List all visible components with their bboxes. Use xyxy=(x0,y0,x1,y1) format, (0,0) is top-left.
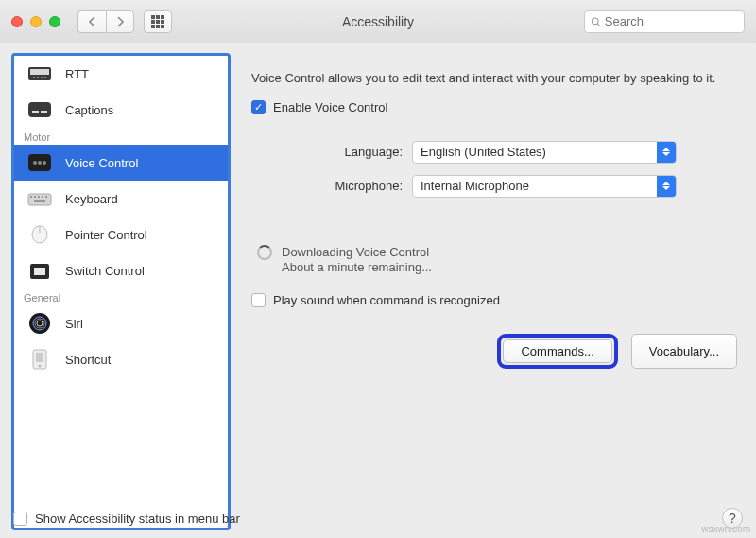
sidebar-section-general: General xyxy=(14,288,228,305)
language-value: English (United States) xyxy=(421,145,546,159)
svg-point-26 xyxy=(29,313,50,334)
settings-grid: Language: English (United States) Microp… xyxy=(270,141,737,198)
svg-rect-21 xyxy=(34,200,45,202)
keyboard-icon xyxy=(26,187,54,210)
back-button[interactable] xyxy=(77,10,106,33)
language-label: Language: xyxy=(270,145,403,159)
svg-rect-15 xyxy=(28,194,51,205)
svg-rect-20 xyxy=(45,196,47,198)
show-status-row[interactable]: Show Accessibility status in menu bar xyxy=(13,512,240,526)
sidebar-item-pointer-control[interactable]: Pointer Control xyxy=(14,217,228,252)
svg-rect-16 xyxy=(30,196,32,198)
svg-rect-25 xyxy=(34,268,45,275)
enable-voice-control-row[interactable]: Enable Voice Control xyxy=(251,100,737,114)
downloading-title: Downloading Voice Control xyxy=(282,245,432,261)
microphone-select[interactable]: Internal Microphone xyxy=(412,175,677,198)
play-sound-checkbox[interactable] xyxy=(251,293,266,307)
microphone-label: Microphone: xyxy=(270,179,403,193)
svg-rect-31 xyxy=(36,353,43,362)
forward-button[interactable] xyxy=(106,10,134,33)
svg-point-6 xyxy=(41,77,43,78)
svg-point-4 xyxy=(33,77,35,78)
sidebar-item-label: Voice Control xyxy=(65,156,138,170)
sidebar-item-label: RTT xyxy=(65,67,89,81)
svg-point-32 xyxy=(39,365,42,368)
svg-point-0 xyxy=(592,17,598,24)
vocabulary-button[interactable]: Vocabulary... xyxy=(631,334,737,369)
svg-rect-17 xyxy=(34,196,36,198)
footer: Show Accessibility status in menu bar ? xyxy=(13,508,743,529)
svg-line-1 xyxy=(597,24,600,26)
chevron-updown-icon xyxy=(657,142,676,163)
search-icon xyxy=(591,16,601,27)
shortcut-icon xyxy=(26,348,54,371)
enable-voice-control-checkbox[interactable] xyxy=(251,100,266,114)
svg-point-13 xyxy=(38,161,42,165)
svg-rect-19 xyxy=(42,196,43,198)
window-controls xyxy=(11,16,60,27)
search-field[interactable] xyxy=(584,10,745,33)
rtt-icon xyxy=(26,62,54,85)
svg-point-12 xyxy=(33,161,37,165)
pointer-control-icon xyxy=(26,223,54,246)
spinner-icon xyxy=(257,245,272,260)
show-status-checkbox[interactable] xyxy=(13,512,27,526)
sidebar-item-siri[interactable]: Siri xyxy=(14,305,228,341)
show-all-button[interactable] xyxy=(144,10,172,33)
svg-point-7 xyxy=(44,77,46,78)
svg-rect-9 xyxy=(32,111,39,113)
watermark: wsxwn.com xyxy=(701,524,750,534)
sidebar: RTT Captions Motor Voice Control Keyboar xyxy=(11,53,231,530)
svg-point-5 xyxy=(37,77,39,78)
sidebar-item-label: Pointer Control xyxy=(65,228,147,242)
sidebar-section-motor: Motor xyxy=(14,128,228,145)
sidebar-item-captions[interactable]: Captions xyxy=(14,92,228,128)
sidebar-item-voice-control[interactable]: Voice Control xyxy=(14,145,228,181)
close-window-button[interactable] xyxy=(11,16,23,27)
switch-control-icon xyxy=(26,259,54,282)
play-sound-row[interactable]: Play sound when command is recognized xyxy=(251,293,737,307)
sidebar-item-keyboard[interactable]: Keyboard xyxy=(14,181,228,217)
sidebar-item-label: Switch Control xyxy=(65,264,145,278)
siri-icon xyxy=(26,312,54,335)
zoom-window-button[interactable] xyxy=(49,16,60,27)
microphone-value: Internal Microphone xyxy=(421,179,529,193)
show-status-label: Show Accessibility status in menu bar xyxy=(35,512,240,526)
chevron-updown-icon xyxy=(657,176,676,197)
minimize-window-button[interactable] xyxy=(30,16,42,27)
voice-control-description: Voice Control allows you to edit text an… xyxy=(251,70,737,87)
play-sound-label: Play sound when command is recognized xyxy=(273,293,500,307)
voice-control-icon xyxy=(26,151,54,174)
commands-button-highlight: Commands... xyxy=(497,334,617,369)
grid-icon xyxy=(151,15,164,28)
captions-icon xyxy=(26,98,54,121)
sidebar-item-rtt[interactable]: RTT xyxy=(14,56,228,92)
downloading-subtitle: About a minute remaining... xyxy=(282,260,432,276)
svg-rect-8 xyxy=(28,102,51,117)
detail-pane: Voice Control allows you to edit text an… xyxy=(238,43,756,538)
sidebar-item-switch-control[interactable]: Switch Control xyxy=(14,252,228,288)
search-input[interactable] xyxy=(605,14,738,28)
svg-rect-3 xyxy=(30,69,49,75)
svg-point-14 xyxy=(43,161,46,165)
titlebar: Accessibility xyxy=(0,0,756,43)
downloading-status: Downloading Voice Control About a minute… xyxy=(257,245,737,277)
commands-button[interactable]: Commands... xyxy=(503,339,611,363)
sidebar-item-label: Keyboard xyxy=(65,192,118,206)
svg-rect-18 xyxy=(38,196,40,198)
sidebar-item-label: Captions xyxy=(65,103,113,117)
enable-voice-control-label: Enable Voice Control xyxy=(273,100,387,114)
sidebar-item-label: Siri xyxy=(65,317,83,331)
content-area: RTT Captions Motor Voice Control Keyboar xyxy=(0,43,756,538)
button-row: Commands... Vocabulary... xyxy=(251,334,737,369)
nav-buttons xyxy=(77,10,134,33)
language-select[interactable]: English (United States) xyxy=(412,141,677,164)
sidebar-item-shortcut[interactable]: Shortcut xyxy=(14,341,228,377)
sidebar-item-label: Shortcut xyxy=(65,353,111,367)
svg-rect-10 xyxy=(41,111,47,113)
